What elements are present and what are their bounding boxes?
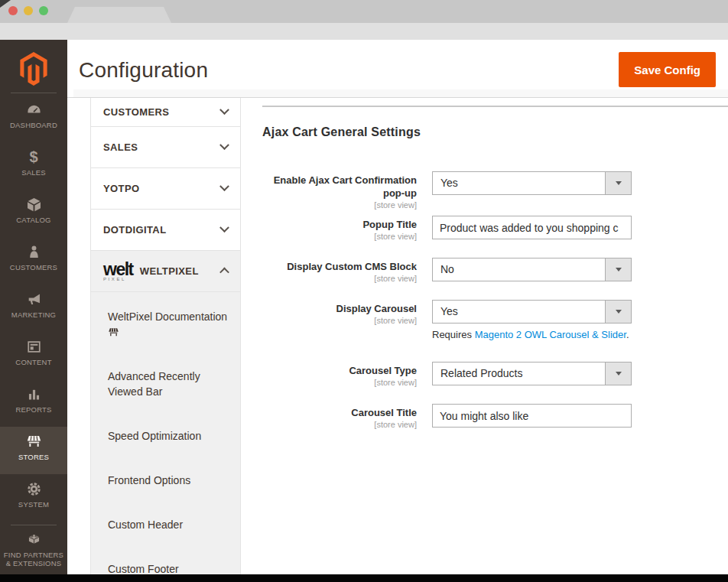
minimize-window-icon[interactable] — [24, 6, 33, 15]
config-nav-section-weltpixel[interactable]: welt PIXEL WELTPIXEL — [91, 251, 240, 292]
chevron-down-icon — [219, 181, 229, 191]
section-label: YOTPO — [103, 183, 221, 194]
carousel-requires-note: Requires Magento 2 OWL Carousel & Slider… — [432, 329, 632, 340]
section-top-divider — [262, 106, 728, 107]
sidebar-item-content[interactable]: CONTENT — [0, 332, 67, 379]
field-row-popup-title: Popup Title [store view] — [262, 216, 728, 239]
field-scope: [store view] — [262, 316, 417, 325]
browser-addressbar[interactable] — [0, 23, 728, 40]
config-nav-section-yotpo[interactable]: YOTPO — [91, 168, 240, 210]
screen: DASHBOARD $ SALES CATALOG CUSTOMERS — [0, 0, 728, 582]
config-nav-section-customers[interactable]: CUSTOMERS — [91, 98, 240, 127]
select-chevron-down-icon[interactable] — [605, 172, 631, 194]
sidebar-item-label: CUSTOMERS — [10, 263, 57, 272]
chevron-up-icon — [219, 268, 229, 278]
sidebar-item-dashboard[interactable]: DASHBOARD — [0, 95, 67, 142]
close-window-icon[interactable] — [8, 6, 18, 15]
section-title: Ajax Cart General Settings — [262, 125, 728, 139]
sidebar-item-label: CONTENT — [15, 358, 51, 367]
sidebar-item-label: CATALOG — [16, 216, 50, 225]
sidebar-divider — [11, 93, 57, 93]
select-chevron-down-icon[interactable] — [605, 258, 631, 281]
magento-admin-app: DASHBOARD $ SALES CATALOG CUSTOMERS — [0, 40, 728, 574]
sidebar-item-label: FIND PARTNERS & EXTENSIONS — [2, 551, 66, 568]
zoom-window-icon[interactable] — [39, 6, 48, 15]
sidebar-item-label: STORES — [18, 453, 49, 462]
sales-dollar-icon: $ — [29, 148, 37, 165]
sidebar-item-customers[interactable]: CUSTOMERS — [0, 237, 67, 284]
select-value: Yes — [433, 301, 605, 323]
sidebar-item-find-partners[interactable]: FIND PARTNERS & EXTENSIONS — [0, 527, 67, 574]
nav-item-advanced-recently-viewed-bar[interactable]: Advanced Recently Viewed Bar — [108, 369, 232, 399]
sidebar-item-label: DASHBOARD — [10, 121, 57, 130]
select-value: Related Products — [433, 363, 605, 385]
field-scope: [store view] — [262, 200, 417, 210]
chevron-down-icon — [219, 140, 229, 150]
page-title: Configuration — [79, 58, 208, 83]
content-layout-icon — [26, 338, 42, 355]
sidebar-item-label: SYSTEM — [18, 500, 49, 509]
popup-title-input[interactable] — [432, 216, 632, 239]
sidebar-item-stores[interactable]: STORES — [0, 427, 67, 474]
sidebar-item-reports[interactable]: REPORTS — [0, 379, 67, 427]
field-scope: [store view] — [262, 420, 417, 429]
enable-ajax-cart-select[interactable]: Yes — [432, 171, 632, 195]
sidebar-item-label: SALES — [21, 168, 46, 177]
field-label: Display Carousel — [262, 302, 417, 315]
sidebar-item-label: REPORTS — [15, 405, 51, 415]
sidebar-item-system[interactable]: SYSTEM — [0, 474, 67, 522]
reports-chart-icon — [26, 385, 42, 402]
select-value: Yes — [433, 172, 605, 194]
carousel-type-select[interactable]: Related Products — [432, 362, 632, 385]
section-label: SALES — [103, 141, 221, 153]
display-cms-block-select[interactable]: No — [432, 258, 632, 281]
field-label: Display Custom CMS Block — [262, 260, 417, 273]
config-nav-panel: CUSTOMERS SALES YOTPO DOTDIGITAL — [90, 98, 241, 574]
select-value: No — [433, 258, 605, 281]
owl-carousel-link[interactable]: Magento 2 OWL Carousel & Slider — [475, 329, 626, 340]
config-nav-section-dotdigital[interactable]: DOTDIGITAL — [91, 210, 240, 251]
sidebar-item-catalog[interactable]: CATALOG — [0, 190, 67, 237]
chevron-down-icon — [219, 223, 229, 232]
section-label: WELTPIXEL — [140, 265, 221, 277]
main-column: Configuration Save Config CUSTOMERS SALE… — [67, 40, 728, 574]
section-label: DOTDIGITAL — [103, 224, 221, 236]
nav-item-frontend-options[interactable]: Frontend Options — [108, 473, 232, 488]
display-carousel-select[interactable]: Yes — [432, 300, 632, 324]
sidebar-item-sales[interactable]: $ SALES — [0, 142, 67, 190]
field-row-carousel-type: Carousel Type [store view] Related Produ… — [262, 362, 728, 385]
field-label: Popup Title — [262, 218, 417, 231]
save-config-button[interactable]: Save Config — [619, 52, 716, 87]
nav-item-custom-header[interactable]: Custom Header — [108, 517, 232, 532]
left-gutter — [67, 98, 90, 574]
field-scope: [store view] — [262, 274, 417, 283]
nav-item-custom-footer[interactable]: Custom Footer — [108, 561, 232, 574]
partners-brick-icon — [26, 531, 42, 548]
config-nav-section-sales[interactable]: SALES — [91, 127, 240, 168]
chevron-down-icon — [219, 105, 229, 115]
magento-logo-icon[interactable] — [19, 52, 48, 86]
field-scope: [store view] — [262, 232, 417, 241]
customers-person-icon — [26, 243, 42, 260]
field-scope: [store view] — [262, 378, 417, 387]
select-chevron-down-icon[interactable] — [605, 363, 631, 385]
ajax-cart-form: Enable Ajax Cart Confirmation pop-up [st… — [262, 171, 728, 428]
sidebar-item-marketing[interactable]: MARKETING — [0, 284, 67, 332]
bottom-strip — [0, 574, 728, 582]
nav-item-weltpixel-documentation[interactable]: WeltPixel Documentation — [108, 309, 232, 340]
field-row-display-cms-block: Display Custom CMS Block [store view] No — [262, 258, 728, 281]
select-chevron-down-icon[interactable] — [605, 301, 631, 323]
nav-item-speed-optimization[interactable]: Speed Optimization — [108, 428, 232, 444]
carousel-title-input[interactable] — [432, 404, 632, 428]
dashboard-icon — [26, 101, 42, 118]
section-label: CUSTOMERS — [103, 106, 221, 118]
storefront-icon — [108, 326, 119, 338]
field-row-enable-ajax-cart: Enable Ajax Cart Confirmation pop-up [st… — [262, 171, 728, 195]
sidebar-divider — [11, 525, 57, 525]
browser-tab[interactable] — [67, 7, 171, 23]
settings-content: Ajax Cart General Settings Enable Ajax C… — [241, 98, 728, 574]
page-header: Configuration Save Config — [67, 40, 728, 98]
field-label: Enable Ajax Cart Confirmation pop-up — [262, 174, 417, 200]
nav-item-label: WeltPixel Documentation — [108, 311, 227, 323]
window-controls — [8, 6, 48, 15]
